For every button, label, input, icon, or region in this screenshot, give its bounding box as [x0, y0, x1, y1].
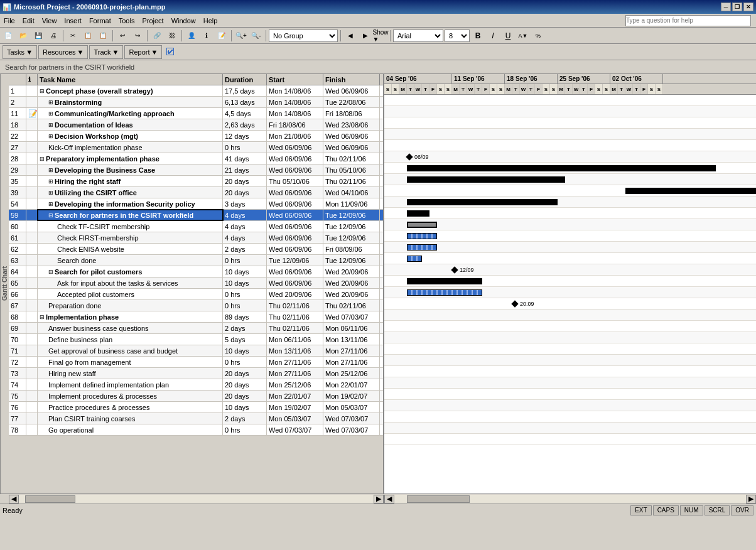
expand-icon[interactable]: ⊞: [48, 178, 53, 185]
table-row[interactable]: 18⊞Documentation of Ideas2,63 daysFri 18…: [9, 119, 383, 131]
expand-icon[interactable]: ⊟: [40, 156, 45, 162]
save-button[interactable]: 💾: [31, 29, 45, 43]
expand-icon[interactable]: ⊞: [48, 122, 53, 128]
table-row[interactable]: 71Get approval of business case and budg…: [9, 345, 383, 357]
minimize-button[interactable]: ─: [721, 3, 731, 11]
menu-help[interactable]: Help: [200, 16, 222, 26]
close-button[interactable]: ✕: [743, 3, 753, 11]
extra-button[interactable]: 🗹: [163, 45, 177, 59]
menu-tools[interactable]: Tools: [115, 16, 139, 26]
table-row[interactable]: 68⊟Implementation phase89 daysThu 02/11/…: [9, 311, 383, 323]
table-row[interactable]: 69Answer business case questions2 daysTh…: [9, 323, 383, 334]
scroll-right-arrow[interactable]: ▶: [374, 495, 384, 504]
zoom-out-button[interactable]: 🔍-: [249, 29, 263, 43]
help-search-input[interactable]: [625, 15, 751, 26]
show-dropdown-button[interactable]: Show ▼: [374, 29, 387, 43]
menu-insert[interactable]: Insert: [60, 16, 85, 26]
table-row[interactable]: 62Check ENISA website2 daysWed 06/09/06F…: [9, 244, 383, 255]
link-button[interactable]: 🔗: [150, 29, 164, 43]
notes-button[interactable]: 📝: [215, 29, 229, 43]
expand-icon[interactable]: ⊟: [40, 88, 45, 94]
menu-edit[interactable]: Edit: [19, 16, 38, 26]
expand-icon[interactable]: ⊞: [48, 133, 53, 139]
zoom-in-button[interactable]: 🔍+: [234, 29, 248, 43]
cell-finish: Mon 05/03/07: [323, 402, 380, 412]
information-button[interactable]: ℹ: [200, 29, 213, 43]
report-dropdown-icon[interactable]: ▼: [151, 48, 158, 56]
task-link-button[interactable]: ⛓: [165, 29, 179, 43]
expand-icon[interactable]: ⊞: [48, 190, 53, 196]
tasks-button[interactable]: Tasks ▼: [3, 45, 37, 59]
gantt-hscroll-thumb[interactable]: [407, 495, 470, 503]
table-row[interactable]: 11📝⊞Communicating/Marketing approach4,5 …: [9, 108, 383, 119]
scroll-left-arrow[interactable]: ◀: [9, 495, 19, 504]
table-row[interactable]: 78Go operational0 hrsWed 07/03/07Wed 07/…: [9, 424, 383, 436]
table-row[interactable]: 27Kick-Off implementation phase0 hrsWed …: [9, 142, 383, 153]
table-row[interactable]: 28⊟Preparatory implementation phase41 da…: [9, 153, 383, 164]
assign-resources-button[interactable]: 👤: [185, 29, 198, 43]
font-color-button[interactable]: A▼: [516, 29, 530, 43]
menu-format[interactable]: Format: [85, 16, 115, 26]
expand-icon[interactable]: ⊟: [48, 269, 53, 275]
undo-button[interactable]: ↩: [116, 29, 129, 43]
menu-window[interactable]: Window: [168, 16, 200, 26]
resources-dropdown-icon[interactable]: ▼: [77, 48, 84, 56]
font-combo[interactable]: Arial: [393, 30, 443, 42]
table-row[interactable]: 63Search done0 hrsTue 12/09/06Tue 12/09/…: [9, 255, 383, 266]
size-combo[interactable]: 8: [445, 30, 470, 42]
expand-icon[interactable]: ⊞: [48, 201, 53, 207]
open-button[interactable]: 📂: [16, 29, 30, 43]
group-combo[interactable]: No Group: [269, 30, 338, 42]
table-row[interactable]: 54⊞Developing the information Security p…: [9, 198, 383, 210]
report-button[interactable]: Report ▼: [124, 45, 162, 59]
table-row[interactable]: 70Define business plan5 daysMon 06/11/06…: [9, 334, 383, 345]
table-row[interactable]: 64⊟Search for pilot customers10 daysWed …: [9, 266, 383, 278]
expand-icon[interactable]: ⊞: [48, 99, 53, 105]
menu-view[interactable]: View: [38, 16, 61, 26]
new-button[interactable]: 📄: [1, 29, 15, 43]
redo-button[interactable]: ↪: [131, 29, 144, 43]
paste-button[interactable]: 📋: [96, 29, 110, 43]
scroll-left-button[interactable]: ◀: [343, 29, 357, 43]
scroll-right-button[interactable]: ▶: [359, 29, 372, 43]
bold-button[interactable]: B: [471, 29, 485, 43]
table-row[interactable]: 77Plan CSIRT training coarses2 daysMon 0…: [9, 413, 383, 424]
table-row[interactable]: 76Practice procedures & processes10 days…: [9, 402, 383, 413]
table-row[interactable]: 72Final go from management0 hrsMon 27/11…: [9, 357, 383, 368]
table-row[interactable]: 73Hiring new staff20 daysMon 27/11/06Mon…: [9, 368, 383, 379]
cut-button[interactable]: ✂: [66, 29, 80, 43]
table-row[interactable]: 61Check FIRST-membership4 daysWed 06/09/…: [9, 232, 383, 244]
table-row[interactable]: 35⊞Hiring the right staff20 daysThu 05/1…: [9, 176, 383, 187]
menu-project[interactable]: Project: [138, 16, 167, 26]
table-row[interactable]: 60Check TF-CSIRT membership4 daysWed 06/…: [9, 221, 383, 232]
table-row[interactable]: 65Ask for input about the tasks & servic…: [9, 278, 383, 289]
resources-button[interactable]: Resources ▼: [38, 45, 88, 59]
table-row[interactable]: 75Implement procedures & processes20 day…: [9, 391, 383, 402]
table-row[interactable]: 39⊞Utilizing the CSIRT office20 daysWed …: [9, 187, 383, 198]
print-button[interactable]: 🖨: [46, 29, 60, 43]
table-row[interactable]: 1⊟Concept phase (overall strategy)17,5 d…: [9, 85, 383, 97]
expand-icon[interactable]: ⊟: [40, 314, 45, 320]
format-button[interactable]: %: [531, 29, 545, 43]
restore-button[interactable]: ❐: [732, 3, 742, 11]
table-row[interactable]: 66Accepted pilot customers0 hrsWed 20/09…: [9, 289, 383, 300]
track-dropdown-icon[interactable]: ▼: [112, 48, 119, 56]
expand-icon[interactable]: ⊞: [48, 111, 53, 117]
expand-icon[interactable]: ⊟: [48, 212, 53, 218]
tasks-dropdown-icon[interactable]: ▼: [26, 48, 33, 56]
table-row[interactable]: 29⊞Developing the Business Case21 daysWe…: [9, 164, 383, 176]
gantt-scroll-left[interactable]: ◀: [384, 495, 394, 504]
hscroll-thumb[interactable]: [25, 495, 75, 503]
menu-file[interactable]: File: [0, 16, 19, 26]
track-button[interactable]: Track ▼: [89, 45, 123, 59]
gantt-scroll-right[interactable]: ▶: [746, 495, 756, 504]
table-row[interactable]: 67Preparation done0 hrsThu 02/11/06Thu 0…: [9, 300, 383, 311]
italic-button[interactable]: I: [486, 29, 500, 43]
copy-button[interactable]: 📋: [81, 29, 95, 43]
table-row[interactable]: 2⊞Brainstorming6,13 daysMon 14/08/06Tue …: [9, 97, 383, 108]
table-row[interactable]: 74Implement defined implementation plan2…: [9, 379, 383, 391]
underline-button[interactable]: U: [501, 29, 515, 43]
expand-icon[interactable]: ⊞: [48, 167, 53, 173]
table-row[interactable]: 59⊟Search for partners in the CSIRT work…: [9, 210, 383, 221]
table-row[interactable]: 22⊞Decision Workshop (mgt)12 daysMon 21/…: [9, 131, 383, 142]
